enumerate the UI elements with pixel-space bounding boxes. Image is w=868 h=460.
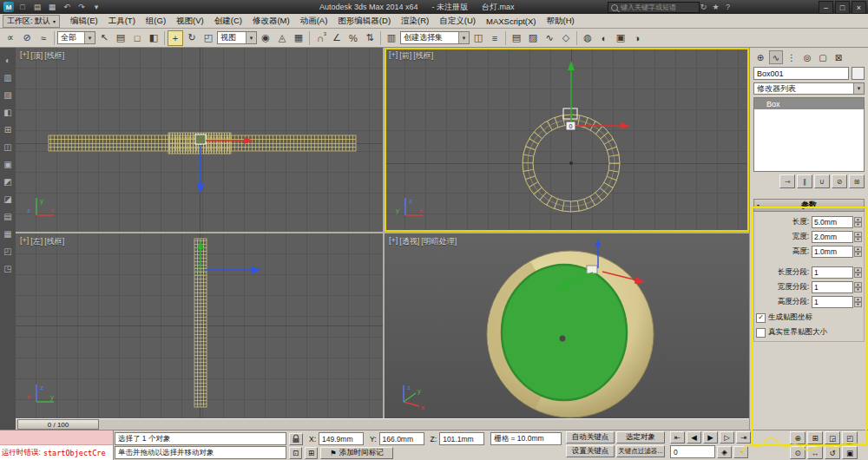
menu-rendering[interactable]: 渲染(R) [396, 14, 434, 29]
pan-icon[interactable]: ↔ [807, 446, 823, 459]
key-filters-button[interactable]: 关键点过滤器... [616, 445, 665, 457]
close-button[interactable]: × [852, 1, 866, 14]
pin-stack-icon[interactable]: ⊸ [779, 174, 795, 188]
spinner[interactable]: ▴▾ [854, 282, 862, 292]
display-tab-icon[interactable]: ▢ [816, 50, 830, 64]
percent-snap-icon[interactable]: % [345, 30, 361, 46]
left-toolbar-icon[interactable]: ◧ [3, 107, 14, 118]
help-icon[interactable]: ? [722, 3, 733, 11]
go-to-end-icon[interactable]: ⇥ [736, 431, 751, 444]
viewport-menu-view[interactable]: [前] [399, 50, 411, 62]
sync-icon[interactable]: ↻ [698, 3, 709, 11]
time-config-icon[interactable]: ◔ [733, 446, 748, 458]
absolute-offset-toggle-icon[interactable]: ⊡ [289, 447, 302, 459]
viewport-menu-shading[interactable]: [线框] [44, 50, 64, 62]
menu-animation[interactable]: 动画(A) [295, 14, 333, 29]
viewport-front[interactable]: 0 z x y [+] [前] [线框] [385, 48, 749, 232]
left-toolbar-icon[interactable]: ▨ [3, 89, 14, 101]
modifier-list-dropdown[interactable]: 修改器列表 ▼ [753, 82, 865, 95]
go-to-start-icon[interactable]: ⇤ [670, 431, 685, 444]
maxscript-mini-listener[interactable]: 运行时错误: startObjectCre [0, 430, 114, 460]
curve-editor-icon[interactable]: ∿ [542, 30, 557, 46]
selection-region-icon[interactable]: □ [129, 30, 145, 46]
viewport-menu-view[interactable]: [左] [30, 236, 43, 247]
orbit-icon[interactable]: ↺ [825, 446, 840, 459]
param-field-height-segs[interactable]: 1 [812, 296, 853, 308]
maximize-button[interactable]: □ [835, 1, 850, 14]
viewport-menu-shading[interactable]: [线框] [413, 50, 433, 62]
viewport-menu-view[interactable]: [顶] [30, 50, 43, 62]
minimize-button[interactable]: – [819, 1, 833, 14]
left-toolbar-icon[interactable]: ▣ [3, 159, 14, 170]
rendered-frame-icon[interactable]: ▣ [613, 30, 628, 46]
menu-edit[interactable]: 编辑(E) [65, 14, 103, 29]
viewport-top[interactable]: y x z [+] [顶] [线框] [16, 48, 383, 232]
param-field-height[interactable]: 1.0mm [812, 246, 853, 258]
left-toolbar-icon[interactable]: ◫ [3, 141, 14, 153]
left-toolbar-icon[interactable]: ▦ [3, 228, 14, 240]
undo-icon[interactable]: ↶ [61, 2, 73, 13]
auto-key-button[interactable]: 自动关键点 [566, 431, 615, 444]
menu-help[interactable]: 帮助(H) [542, 14, 580, 29]
current-frame-field[interactable]: 0 [670, 445, 715, 458]
y-coordinate-field[interactable]: 166.0mm [379, 432, 424, 445]
quick-access-dropdown-icon[interactable]: ▾ [90, 2, 102, 13]
modify-tab-icon[interactable]: ∿ [769, 50, 783, 64]
select-and-rotate-icon[interactable]: ↻ [184, 30, 200, 46]
menu-tools[interactable]: 工具(T) [103, 14, 141, 29]
left-toolbar-icon[interactable]: ◳ [3, 263, 14, 274]
window-crossing-icon[interactable]: ◧ [146, 30, 161, 46]
front-viewport-canvas[interactable]: 0 z x y [385, 48, 749, 232]
top-viewport-canvas[interactable]: y x z [16, 48, 383, 232]
track-bar[interactable]: 0 / 100 [16, 418, 749, 430]
parameters-rollout-header[interactable]: - 参数 [753, 199, 865, 212]
param-field-width-segs[interactable]: 1 [812, 281, 853, 293]
left-toolbar-icon[interactable]: ◩ [3, 176, 14, 187]
viewport-menu-plus[interactable]: [+] [20, 50, 29, 62]
select-and-scale-icon[interactable]: ◰ [201, 30, 216, 46]
object-color-swatch[interactable] [852, 67, 865, 80]
hierarchy-tab-icon[interactable]: ⋮ [785, 50, 799, 64]
zoom-all-icon[interactable]: ⊞ [807, 431, 823, 444]
new-scene-icon[interactable]: □ [16, 2, 29, 13]
menu-views[interactable]: 视图(V) [171, 14, 209, 29]
left-toolbar-icon[interactable]: ◪ [3, 194, 14, 205]
select-and-move-icon[interactable]: + [168, 30, 183, 46]
next-frame-icon[interactable]: ▷ [720, 431, 734, 444]
generate-mapping-coords-checkbox[interactable]: ✓ [756, 313, 766, 323]
use-pivot-center-icon[interactable]: ◉ [258, 30, 273, 46]
mirror-icon[interactable]: ◫ [470, 30, 486, 46]
remove-modifier-icon[interactable]: ⊘ [832, 174, 847, 188]
render-production-icon[interactable]: ◑ [629, 30, 645, 46]
menu-graph-editors[interactable]: 图形编辑器(D) [332, 14, 396, 29]
named-selection-dropdown[interactable]: 创建选择集 ▼ [400, 31, 470, 44]
listener-script-line[interactable]: 运行时错误: startObjectCre [0, 445, 113, 460]
graphite-ribbon-icon[interactable]: ▨ [525, 30, 541, 46]
redo-icon[interactable]: ↷ [76, 2, 88, 13]
angle-snap-icon[interactable]: ∠ [329, 30, 345, 46]
configure-modifier-sets-icon[interactable]: ⊞ [849, 174, 865, 188]
viewport-menu-plus[interactable]: [+] [20, 236, 29, 247]
menu-create[interactable]: 创建(C) [209, 14, 247, 29]
zoom-icon[interactable]: ⊕ [790, 431, 806, 444]
workspace-dropdown[interactable]: 工作区: 默认 ▾ [3, 15, 60, 28]
viewport-menu-view[interactable]: [透视] [399, 236, 419, 247]
left-toolbar-icon[interactable]: ◰ [3, 246, 14, 257]
selection-filter-dropdown[interactable]: 全部 ▼ [57, 31, 95, 44]
menu-group[interactable]: 组(G) [141, 14, 171, 29]
snaps-toggle-icon[interactable]: ∩3 [312, 30, 328, 46]
select-and-manipulate-icon[interactable]: ◬ [274, 30, 290, 46]
object-name-field[interactable]: Box001 [753, 67, 849, 80]
param-field-length[interactable]: 5.0mm [812, 216, 853, 228]
viewport-menu-plus[interactable]: [+] [389, 236, 398, 247]
real-world-map-size-checkbox[interactable] [756, 328, 766, 338]
motion-tab-icon[interactable]: ◎ [800, 50, 814, 64]
maximize-viewport-toggle-icon[interactable]: ▣ [842, 446, 858, 459]
viewport-menu-shading[interactable]: [线框] [44, 236, 64, 247]
key-mode-toggle-icon[interactable]: ◈ [717, 446, 732, 458]
add-time-tag-button[interactable]: ⚑ 添加时间标记 [320, 447, 393, 459]
layer-manager-icon[interactable]: ▤ [509, 30, 524, 46]
bind-to-spacewarp-icon[interactable]: ≈ [36, 30, 51, 46]
stack-item-box[interactable]: Box [754, 98, 864, 109]
select-and-link-icon[interactable]: ∝ [3, 30, 18, 46]
